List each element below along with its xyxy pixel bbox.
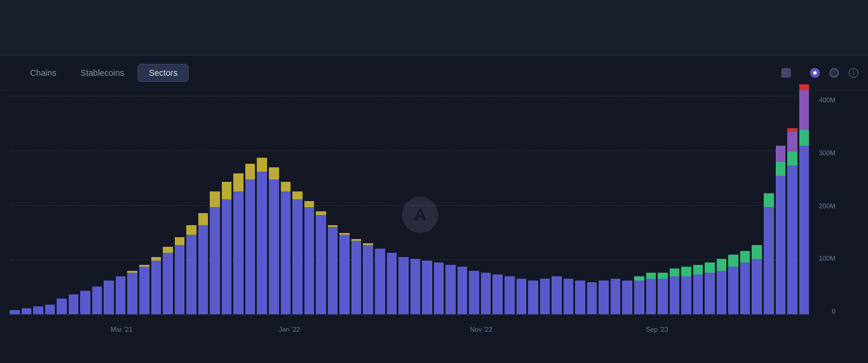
bar-segment	[304, 207, 315, 314]
bar-group[interactable]	[445, 265, 456, 314]
bar-group[interactable]	[528, 281, 538, 314]
bar-group[interactable]	[127, 271, 137, 314]
bar-group[interactable]	[245, 164, 256, 314]
bar-group[interactable]	[599, 281, 609, 314]
bar-segment	[22, 308, 32, 314]
bar-segment	[92, 287, 102, 314]
bar-group[interactable]	[799, 84, 810, 314]
bar-segment	[245, 179, 256, 314]
bar-group[interactable]	[139, 265, 149, 314]
bar-group[interactable]	[151, 257, 162, 314]
bar-group[interactable]	[434, 262, 444, 314]
bar-group[interactable]	[776, 146, 786, 314]
bar-group[interactable]	[198, 213, 209, 314]
bar-segment	[492, 275, 503, 314]
annotations-swatch	[781, 68, 791, 78]
bar-group[interactable]	[375, 249, 385, 314]
bar-segment	[257, 172, 267, 314]
bar-group[interactable]	[564, 279, 574, 314]
bar-group[interactable]	[681, 267, 691, 314]
bar-group[interactable]	[10, 310, 20, 314]
bar-group[interactable]	[316, 211, 326, 314]
y-label-200m: 200M	[819, 202, 835, 209]
bar-group[interactable]	[69, 294, 79, 314]
bar-group[interactable]	[351, 239, 362, 314]
bar-group[interactable]	[611, 279, 621, 314]
bar-group[interactable]	[57, 299, 67, 314]
bar-group[interactable]	[116, 276, 126, 314]
bar-group[interactable]	[104, 281, 114, 314]
bar-segment	[269, 167, 279, 179]
bar-group[interactable]	[634, 276, 644, 314]
bar-segment	[316, 215, 326, 314]
bar-group[interactable]	[422, 261, 432, 314]
bar-group[interactable]	[233, 173, 244, 314]
bar-group[interactable]	[33, 306, 43, 314]
bar-group[interactable]	[458, 267, 468, 314]
view-all-radio[interactable]	[810, 68, 820, 78]
annotations-toggle[interactable]	[781, 68, 796, 78]
bar-segment	[634, 276, 644, 281]
bar-group[interactable]	[387, 253, 397, 314]
bar-group[interactable]	[222, 182, 232, 314]
bar-group[interactable]	[517, 279, 527, 314]
bar-group[interactable]	[257, 158, 267, 314]
bar-group[interactable]	[410, 259, 421, 314]
bar-group[interactable]	[717, 259, 727, 314]
breakdown-chains-button[interactable]: Chains	[19, 64, 68, 81]
bar-segment	[505, 276, 515, 314]
bar-group[interactable]	[22, 308, 32, 314]
bar-group[interactable]	[693, 265, 703, 314]
bar-group[interactable]	[339, 233, 350, 314]
bar-group[interactable]	[45, 305, 55, 314]
bar-group[interactable]	[705, 262, 715, 314]
y-label-400m: 400M	[819, 96, 835, 104]
bar-segment	[575, 281, 585, 314]
bar-group[interactable]	[92, 287, 102, 314]
bar-segment	[552, 276, 562, 314]
bar-segment	[269, 179, 279, 314]
bar-group[interactable]	[552, 276, 562, 314]
bar-group[interactable]	[622, 281, 632, 314]
bar-group[interactable]	[787, 128, 797, 314]
bar-group[interactable]	[764, 193, 774, 314]
bar-group[interactable]	[587, 282, 597, 314]
bar-group[interactable]	[481, 273, 491, 314]
bar-group[interactable]	[492, 275, 503, 314]
bar-group[interactable]	[186, 225, 197, 314]
bar-group[interactable]	[540, 279, 550, 314]
bar-group[interactable]	[469, 271, 479, 314]
bar-group[interactable]	[80, 291, 90, 314]
bar-group[interactable]	[670, 268, 680, 314]
bar-group[interactable]	[728, 255, 738, 314]
bar-group[interactable]	[328, 225, 338, 314]
bar-segment	[717, 271, 727, 314]
bar-group[interactable]	[175, 237, 185, 314]
bar-group[interactable]	[740, 251, 750, 314]
bar-segment	[127, 273, 137, 314]
bar-group[interactable]	[292, 191, 303, 314]
bar-group[interactable]	[163, 247, 173, 314]
breakdown-stablecoins-button[interactable]: Stablecoins	[70, 64, 135, 81]
bar-segment	[151, 257, 162, 261]
bar-group[interactable]	[269, 167, 279, 314]
bar-segment	[80, 291, 90, 314]
x-label-sep23: Sep '23	[646, 326, 668, 333]
bar-group[interactable]	[363, 243, 373, 314]
bar-group[interactable]	[575, 281, 585, 314]
bar-group[interactable]	[658, 273, 668, 314]
bar-segment	[186, 235, 197, 314]
bar-group[interactable]	[752, 245, 762, 314]
view-info-icon[interactable]: i	[849, 68, 858, 78]
bar-group[interactable]	[398, 257, 409, 314]
bar-group[interactable]	[505, 276, 515, 314]
bar-group[interactable]	[281, 182, 291, 314]
bar-segment	[787, 166, 797, 314]
y-label-300m: 300M	[819, 149, 835, 157]
breakdown-sectors-button[interactable]: Sectors	[137, 64, 189, 82]
bar-group[interactable]	[304, 201, 315, 314]
bar-group[interactable]	[646, 273, 656, 314]
view-p2p-radio[interactable]	[829, 68, 839, 78]
view-options: i	[805, 68, 858, 78]
bar-group[interactable]	[210, 191, 220, 314]
